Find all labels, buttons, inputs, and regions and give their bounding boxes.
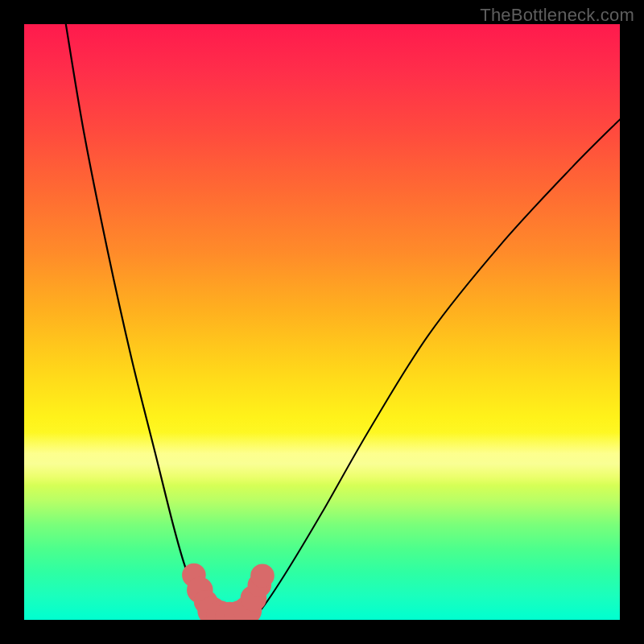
marker-dot	[250, 564, 275, 588]
curve-right	[250, 119, 620, 620]
curves-svg	[24, 24, 620, 620]
curve-left	[66, 24, 215, 620]
plot-area	[24, 24, 620, 620]
chart-frame: TheBottleneck.com	[0, 0, 644, 644]
watermark-text: TheBottleneck.com	[480, 5, 634, 26]
bottom-marker-cluster	[182, 564, 275, 620]
